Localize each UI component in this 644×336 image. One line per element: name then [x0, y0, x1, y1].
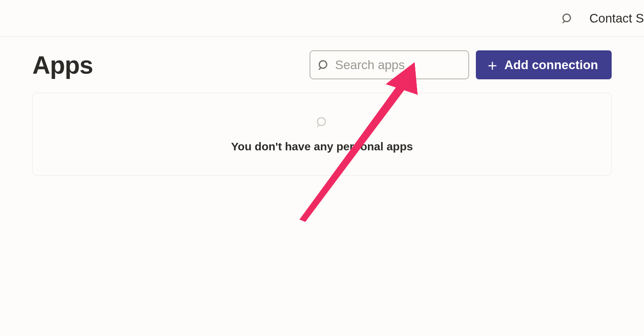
add-connection-label: Add connection — [504, 58, 598, 72]
svg-point-2 — [319, 61, 327, 68]
search-input[interactable] — [330, 51, 490, 79]
top-bar: Contact Sa — [0, 0, 644, 37]
add-connection-button[interactable]: Add connection — [476, 50, 612, 79]
search-icon — [317, 59, 330, 71]
svg-line-1 — [563, 21, 564, 23]
page-title: Apps — [32, 51, 93, 79]
contact-sales-link[interactable]: Contact Sa — [589, 11, 644, 26]
svg-point-0 — [563, 14, 570, 21]
svg-line-3 — [319, 68, 320, 69]
empty-state-card: You don't have any personal apps — [32, 93, 612, 176]
page-header: Apps Add connection — [32, 50, 612, 79]
empty-state-message: You don't have any personal apps — [231, 140, 413, 153]
header-actions: Add connection — [310, 50, 612, 79]
empty-search-icon — [315, 115, 329, 129]
svg-point-6 — [317, 118, 325, 126]
search-apps-field[interactable] — [310, 50, 469, 79]
svg-line-7 — [317, 125, 319, 127]
main-content: Apps Add connection — [0, 37, 644, 176]
global-search-icon[interactable] — [561, 12, 574, 25]
